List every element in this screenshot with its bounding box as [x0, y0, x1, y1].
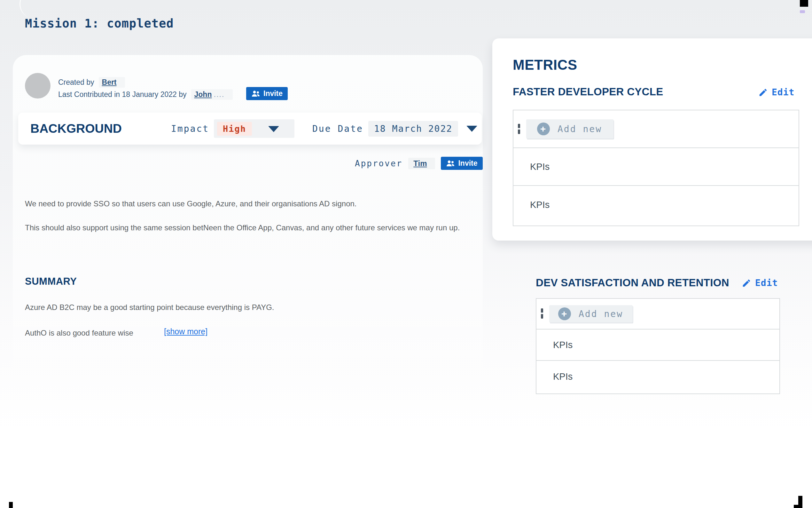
crop-artifact: [794, 505, 802, 508]
add-new-button[interactable]: + Add new: [526, 119, 614, 138]
approver-user-link[interactable]: Tim: [408, 158, 435, 169]
due-date-dropdown[interactable]: 18 March 2022: [368, 119, 482, 138]
plus-icon: +: [537, 123, 550, 135]
summary-paragraph: Azure AD B2C may be a good starting poin…: [25, 301, 479, 313]
kpi-row[interactable]: KPIs: [513, 148, 799, 186]
drag-handle-icon: [518, 124, 520, 134]
chevron-down-icon: [268, 126, 279, 132]
due-date-value: 18 March 2022: [368, 121, 458, 137]
invite-button-label: Invite: [264, 89, 283, 98]
approver-invite-button[interactable]: Invite: [441, 157, 482, 170]
kpi-add-row: + Add new: [536, 299, 779, 330]
kpi-row[interactable]: KPIs: [513, 186, 799, 224]
summary-paragraph: AuthO is also good feature wise: [25, 327, 162, 339]
metric-section-title-dev-satisfaction: DEV SATISFACTION AND RETENTION: [536, 277, 729, 289]
kpi-row[interactable]: KPIs: [536, 330, 779, 361]
kpi-add-row: + Add new: [513, 110, 799, 148]
invite-button[interactable]: Invite: [246, 87, 288, 100]
last-contributed-label: Last Contributed in 18 January 2022 by: [58, 90, 187, 99]
crop-artifact: [9, 502, 13, 508]
crop-artifact: [800, 10, 805, 13]
impact-value-badge: High: [217, 122, 252, 136]
summary-section-title: SUMMARY: [25, 276, 77, 287]
people-icon: [446, 160, 455, 167]
mission-page: Mission 1: completed Created by Bert Las…: [0, 0, 812, 508]
page-title: Mission 1: completed: [25, 17, 174, 30]
kpi-row[interactable]: KPIs: [536, 361, 779, 392]
kpi-row-label: KPIs: [553, 371, 573, 382]
edit-button-label: Edit: [772, 87, 795, 97]
metric-section-title-faster-developer-cycle: FASTER DEVELOPER CYCLE: [513, 86, 663, 98]
edit-button[interactable]: Edit: [758, 87, 795, 97]
last-contributed-user-link[interactable]: John ....: [191, 89, 233, 100]
avatar: [25, 73, 50, 98]
kpi-row-label: KPIs: [530, 200, 550, 210]
crop-artifact: [800, 0, 808, 7]
edit-button-label: Edit: [755, 278, 778, 288]
add-new-label: Add new: [558, 124, 602, 134]
add-new-button[interactable]: + Add new: [549, 305, 633, 323]
created-by-label: Created by: [58, 78, 94, 87]
background-paragraph: This should also support using the same …: [25, 222, 479, 234]
approver-label: Approver: [355, 159, 402, 168]
pencil-icon: [742, 278, 751, 288]
created-by-user-link[interactable]: Bert: [99, 77, 125, 88]
impact-dropdown[interactable]: High: [214, 119, 294, 138]
kpi-table: + Add new KPIs KPIs: [536, 298, 780, 394]
people-icon: [251, 90, 260, 97]
drag-handle-icon: [541, 308, 543, 319]
kpi-row-label: KPIs: [530, 162, 550, 172]
metrics-title: METRICS: [513, 57, 577, 73]
due-date-label: Due Date: [312, 124, 363, 134]
add-new-label: Add new: [579, 309, 623, 319]
background-bar: BACKGROUND Impact High Due Date 18 March…: [18, 113, 482, 144]
mission-detail-card: [13, 55, 483, 420]
show-more-link[interactable]: [show more]: [164, 327, 207, 336]
plus-icon: +: [558, 307, 571, 320]
chevron-down-icon: [466, 126, 477, 132]
background-section-title: BACKGROUND: [30, 122, 122, 136]
edit-button[interactable]: Edit: [742, 278, 778, 288]
invite-button-label: Invite: [458, 159, 477, 168]
kpi-table: + Add new KPIs KPIs: [513, 110, 799, 226]
impact-label: Impact: [171, 124, 209, 134]
creator-block: Created by Bert Last Contributed in 18 J…: [58, 76, 233, 100]
kpi-row-label: KPIs: [553, 340, 573, 350]
background-paragraph: We need to provide SSO so that users can…: [25, 198, 479, 210]
approver-row: Approver Tim Invite: [355, 157, 483, 170]
pencil-icon: [758, 88, 768, 97]
